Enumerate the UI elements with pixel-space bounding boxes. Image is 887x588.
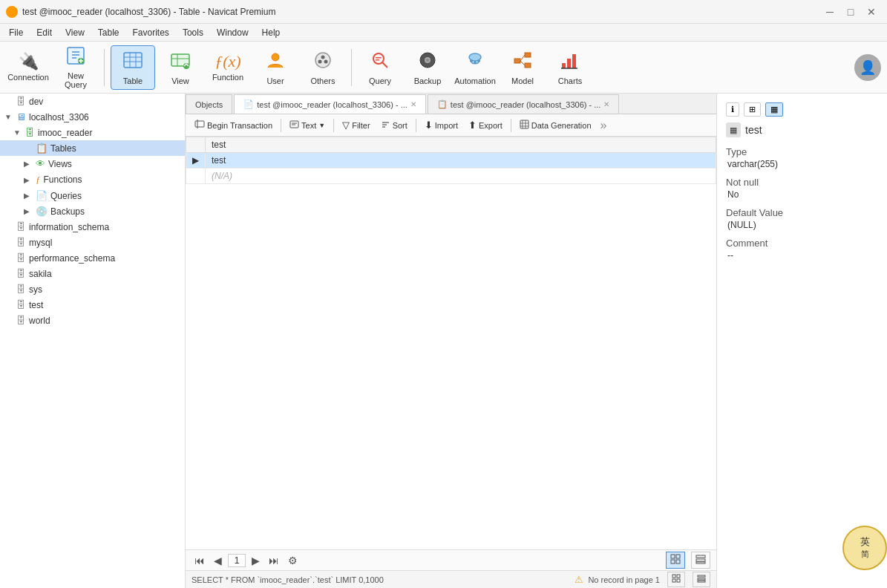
import-label: Import: [435, 121, 458, 130]
sidebar-item-queries[interactable]: ▶ 📄 Queries: [0, 188, 185, 203]
filter-button[interactable]: ▽ Filter: [338, 118, 374, 132]
sidebar-item-dev[interactable]: 🗄 dev: [0, 94, 185, 109]
status-grid-button[interactable]: [667, 572, 685, 587]
status-list-button[interactable]: [693, 572, 710, 587]
import-button[interactable]: ⬇ Import: [420, 118, 462, 132]
sidebar-item-world[interactable]: 🗄 world: [0, 313, 185, 328]
sidebar-item-info-schema[interactable]: 🗄 information_schema: [0, 219, 185, 235]
svg-rect-32: [514, 59, 520, 63]
begin-transaction-button[interactable]: Begin Transaction: [190, 117, 277, 133]
toolbar-table[interactable]: Table: [111, 45, 155, 90]
rp-grid-button[interactable]: ⊞: [744, 102, 761, 117]
new-query-label: New Query: [56, 71, 95, 89]
db-icon: 🗄: [16, 252, 26, 264]
close-button[interactable]: ✕: [862, 2, 881, 22]
sidebar-item-views[interactable]: ▶ 👁 Views: [0, 156, 185, 172]
toolbar-automation[interactable]: Automation: [453, 45, 497, 90]
sidebar-item-mysql[interactable]: 🗄 mysql: [0, 235, 185, 250]
not-null-label: Not null: [726, 177, 878, 188]
toolbar-new-query[interactable]: New Query: [53, 45, 98, 90]
table-row[interactable]: ▶ test: [186, 153, 716, 169]
backup-label: Backup: [414, 76, 442, 85]
expand-button[interactable]: »: [598, 119, 610, 132]
sidebar-item-sakila[interactable]: 🗄 sakila: [0, 266, 185, 281]
toolbar-charts[interactable]: Charts: [548, 45, 592, 90]
sidebar-item-tables[interactable]: 📋 Tables: [0, 140, 185, 156]
model-label: Model: [511, 76, 534, 85]
sidebar-item-sys[interactable]: 🗄 sys: [0, 281, 185, 297]
automation-label: Automation: [454, 76, 496, 85]
cell-test[interactable]: test: [206, 153, 716, 169]
tab-data1[interactable]: 📄 test @imooc_reader (localhost_3306) - …: [234, 94, 426, 114]
export-button[interactable]: ⬆ Export: [464, 118, 507, 132]
toolbar-connection[interactable]: 🔌 Connection: [6, 45, 50, 90]
query-icon: [370, 50, 390, 74]
first-page-button[interactable]: ⏮: [192, 553, 208, 568]
toolbar-others[interactable]: Others: [301, 45, 345, 90]
tree-arrow: ▼: [4, 113, 13, 121]
not-null-value: No: [726, 189, 878, 200]
menu-table[interactable]: Table: [92, 26, 125, 39]
menu-edit[interactable]: Edit: [30, 26, 58, 39]
charts-icon: [560, 50, 580, 74]
sort-label: Sort: [393, 121, 408, 130]
toolbar-backup[interactable]: Backup: [405, 45, 450, 90]
sidebar-item-functions[interactable]: ▶ ƒ Functions: [0, 172, 185, 188]
page-settings-button[interactable]: ⚙: [285, 553, 301, 568]
user-avatar[interactable]: 👤: [854, 54, 881, 81]
status-right: ⚠ No record in page 1: [575, 572, 710, 587]
tab-close2[interactable]: ✕: [603, 100, 609, 108]
grid-view-button[interactable]: [666, 552, 685, 569]
toolbar-query[interactable]: Query: [358, 45, 402, 90]
last-page-button[interactable]: ⏭: [266, 553, 282, 568]
status-query: SELECT * FROM `imooc_reader`.`test` LIMI…: [192, 575, 569, 584]
backups-icon: 💿: [36, 206, 48, 217]
menu-view[interactable]: View: [59, 26, 91, 39]
table-row-new[interactable]: (N/A): [186, 169, 716, 184]
sidebar-item-test[interactable]: 🗄 test: [0, 297, 185, 313]
rp-info-button[interactable]: ℹ: [726, 102, 739, 117]
sidebar-label-imooc-reader: imooc_reader: [38, 128, 92, 138]
server-icon: 🖥: [16, 111, 26, 122]
svg-rect-33: [525, 53, 531, 57]
rp-table-button[interactable]: ▦: [765, 102, 783, 117]
toolbar-user[interactable]: User: [253, 45, 298, 90]
list-view-button[interactable]: [691, 552, 710, 569]
view-icon: [170, 50, 191, 74]
text-button[interactable]: Text ▼: [285, 118, 330, 133]
svg-rect-23: [376, 57, 382, 59]
toolbar-model[interactable]: Model: [500, 45, 545, 90]
type-label: Type: [726, 146, 878, 157]
toolbar-view[interactable]: View: [158, 45, 203, 90]
minimize-button[interactable]: ─: [820, 2, 839, 22]
tab-close1[interactable]: ✕: [410, 100, 416, 108]
prev-page-button[interactable]: ◀: [211, 553, 225, 568]
field-name-display: ▦ test: [726, 122, 878, 137]
menu-window[interactable]: Window: [211, 26, 255, 39]
svg-point-18: [321, 55, 325, 59]
maximize-button[interactable]: □: [841, 2, 860, 22]
language-switcher[interactable]: 英简: [842, 526, 887, 570]
sidebar-item-perf-schema[interactable]: 🗄 performance_schema: [0, 250, 185, 266]
tab-objects[interactable]: Objects: [186, 94, 232, 114]
col-header-test: test: [206, 137, 716, 153]
menu-file[interactable]: File: [3, 26, 29, 39]
next-page-button[interactable]: ▶: [249, 553, 263, 568]
window-controls[interactable]: ─ □ ✕: [820, 2, 881, 22]
svg-rect-58: [696, 555, 705, 558]
comment-label: Comment: [726, 238, 878, 249]
menu-favorites[interactable]: Favorites: [127, 26, 175, 39]
data-generation-button[interactable]: Data Generation: [515, 118, 596, 133]
toolbar-function[interactable]: ƒ(x) Function: [206, 45, 250, 90]
menu-help[interactable]: Help: [256, 26, 287, 39]
sidebar-item-localhost[interactable]: ▼ 🖥 localhost_3306: [0, 109, 185, 125]
sidebar: 🗄 dev ▼ 🖥 localhost_3306 ▼ 🗄 imooc_reade…: [0, 94, 186, 588]
data-generation-label: Data Generation: [531, 121, 592, 130]
menu-tools[interactable]: Tools: [177, 26, 209, 39]
field-type-icon: ▦: [726, 122, 741, 137]
sidebar-item-backups[interactable]: ▶ 💿 Backups: [0, 203, 185, 219]
sidebar-item-imooc-reader[interactable]: ▼ 🗄 imooc_reader: [0, 125, 185, 140]
tab-data2[interactable]: 📋 test @imooc_reader (localhost_3306) - …: [428, 94, 620, 114]
functions-icon: ƒ: [36, 174, 41, 186]
sort-button[interactable]: Sort: [376, 118, 412, 133]
